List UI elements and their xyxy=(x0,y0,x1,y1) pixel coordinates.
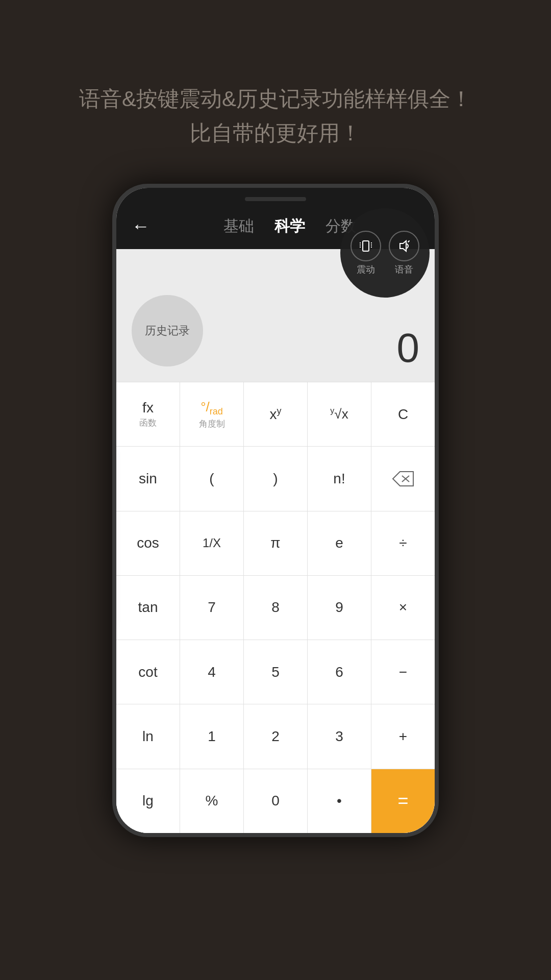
key-6[interactable]: 6 xyxy=(308,640,371,704)
key-sin[interactable]: sin xyxy=(116,447,180,510)
key-percent[interactable]: % xyxy=(180,769,244,833)
key-lg[interactable]: lg xyxy=(116,769,180,833)
key-xpowy[interactable]: xy xyxy=(244,382,308,446)
key-reciprocal[interactable]: 1/X xyxy=(180,511,244,575)
svg-marker-7 xyxy=(400,241,406,251)
phone-frame: ← 基础 科学 分数 xyxy=(112,184,439,837)
phone-speaker xyxy=(245,197,306,201)
tab-science[interactable]: 科学 xyxy=(274,216,305,237)
key-multiply[interactable]: × xyxy=(371,576,435,640)
key-cot[interactable]: cot xyxy=(116,640,180,704)
key-rparen[interactable]: ) xyxy=(244,447,308,510)
key-1[interactable]: 1 xyxy=(180,704,244,768)
vibrate-icon xyxy=(358,238,374,254)
key-angle-sub: 角度制 xyxy=(199,418,225,430)
floating-icons-panel: 震动 语音 xyxy=(340,208,430,298)
key-reciprocal-text: 1/X xyxy=(203,536,221,550)
key-yroot-text: y√x xyxy=(330,406,348,422)
key-angle-text: °/rad xyxy=(201,399,223,417)
key-0-text: 0 xyxy=(271,793,280,809)
key-row-5: ln 1 2 3 + xyxy=(116,704,435,769)
key-angle[interactable]: °/rad 角度制 xyxy=(180,382,244,446)
key-add-text: + xyxy=(399,728,407,745)
vibrate-icon-item[interactable]: 震动 xyxy=(350,231,381,276)
key-add[interactable]: + xyxy=(371,704,435,768)
key-fx[interactable]: fx 函数 fx-1反函数 sin-1 cos-1 tan-1 cot-1 xyxy=(116,382,180,446)
key-row-6: lg % 0 • = xyxy=(116,769,435,833)
key-row-0: fx 函数 fx-1反函数 sin-1 cos-1 tan-1 cot-1 xyxy=(116,382,435,447)
key-backspace[interactable] xyxy=(371,447,435,510)
key-ln-text: ln xyxy=(142,728,154,745)
key-2-text: 2 xyxy=(271,728,280,745)
key-6-text: 6 xyxy=(335,664,343,680)
key-3[interactable]: 3 xyxy=(308,704,371,768)
key-7[interactable]: 7 xyxy=(180,576,244,640)
key-equals[interactable]: = xyxy=(371,769,435,833)
key-ln[interactable]: ln xyxy=(116,704,180,768)
key-5-text: 5 xyxy=(271,664,280,680)
key-euler[interactable]: e xyxy=(308,511,371,575)
tab-basic[interactable]: 基础 xyxy=(223,216,254,237)
key-row-1: sin ( ) n! xyxy=(116,447,435,511)
key-4-text: 4 xyxy=(208,664,216,680)
keyboard: fx 函数 fx-1反函数 sin-1 cos-1 tan-1 cot-1 xyxy=(116,382,435,833)
vibrate-icon-circle xyxy=(350,231,381,261)
key-row-4: cot 4 5 6 − xyxy=(116,640,435,704)
key-factorial-text: n! xyxy=(333,471,345,487)
key-4[interactable]: 4 xyxy=(180,640,244,704)
key-5[interactable]: 5 xyxy=(244,640,308,704)
key-equals-text: = xyxy=(397,790,408,812)
key-3-text: 3 xyxy=(335,728,343,745)
key-euler-text: e xyxy=(335,535,343,551)
phone-mockup: ← 基础 科学 分数 xyxy=(112,184,439,909)
key-9[interactable]: 9 xyxy=(308,576,371,640)
key-tan-text: tan xyxy=(138,599,158,616)
phone-side-button-left xyxy=(112,290,113,321)
key-cos[interactable]: cos xyxy=(116,511,180,575)
back-button[interactable]: ← xyxy=(132,215,150,237)
key-subtract-text: − xyxy=(399,664,407,680)
key-8[interactable]: 8 xyxy=(244,576,308,640)
key-tan[interactable]: tan xyxy=(116,576,180,640)
key-xpowy-text: xy xyxy=(270,406,282,423)
key-0[interactable]: 0 xyxy=(244,769,308,833)
key-yroot[interactable]: y√x xyxy=(308,382,371,446)
promo-text: 语音&按键震动&历史记录功能样样俱全！ 比自带的更好用！ xyxy=(0,0,551,191)
key-lparen[interactable]: ( xyxy=(180,447,244,510)
key-7-text: 7 xyxy=(208,599,216,616)
calculator-screen: ← 基础 科学 分数 xyxy=(116,188,435,833)
svg-line-8 xyxy=(408,241,409,242)
key-fx-sub: 函数 xyxy=(139,417,157,429)
key-1-text: 1 xyxy=(208,728,216,745)
key-decimal[interactable]: • xyxy=(308,769,371,833)
navbar: ← 基础 科学 分数 xyxy=(116,203,435,249)
key-sin-text: sin xyxy=(139,471,157,487)
key-pi[interactable]: π xyxy=(244,511,308,575)
key-clear[interactable]: C xyxy=(371,382,435,446)
phone-side-button-right xyxy=(438,280,439,321)
voice-icon-item[interactable]: 语音 xyxy=(389,231,419,276)
key-decimal-text: • xyxy=(337,793,342,809)
key-lparen-text: ( xyxy=(209,471,214,487)
voice-icon xyxy=(396,238,412,254)
key-8-text: 8 xyxy=(271,599,280,616)
key-percent-text: % xyxy=(206,793,218,809)
history-button[interactable]: 历史记录 xyxy=(132,295,203,366)
key-fx-text: fx xyxy=(142,400,154,416)
voice-label: 语音 xyxy=(395,263,413,276)
display-value: 0 xyxy=(397,325,420,372)
key-2[interactable]: 2 xyxy=(244,704,308,768)
key-divide[interactable]: ÷ xyxy=(371,511,435,575)
key-lg-text: lg xyxy=(142,793,154,809)
key-row-2: cos 1/X π e ÷ xyxy=(116,511,435,576)
svg-rect-0 xyxy=(363,241,369,251)
key-9-text: 9 xyxy=(335,599,343,616)
key-subtract[interactable]: − xyxy=(371,640,435,704)
key-multiply-text: × xyxy=(399,599,407,616)
key-row-3: tan 7 8 9 × xyxy=(116,576,435,640)
key-cos-text: cos xyxy=(137,535,159,551)
key-rparen-text: ) xyxy=(273,471,278,487)
backspace-icon xyxy=(392,471,414,487)
key-divide-text: ÷ xyxy=(399,535,407,551)
key-factorial[interactable]: n! xyxy=(308,447,371,510)
